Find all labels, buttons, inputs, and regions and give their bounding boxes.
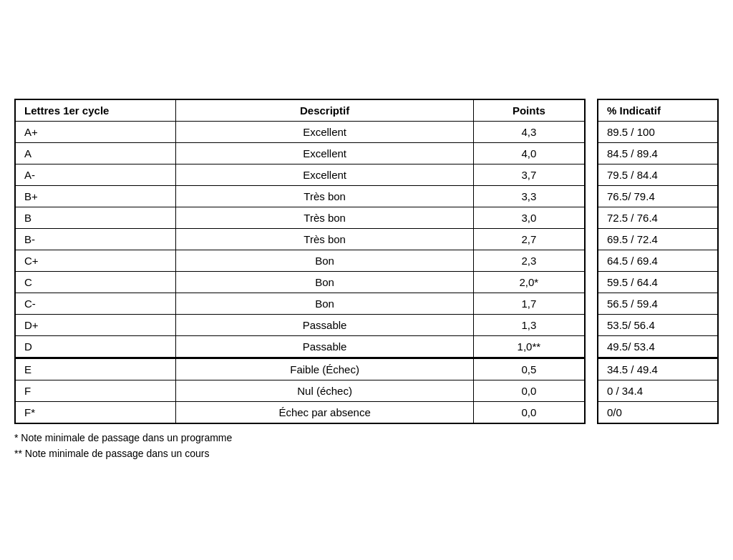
cell-letter: A+ xyxy=(15,121,176,142)
cell-range: 72.5 / 76.4 xyxy=(598,207,718,228)
cell-range: 0/0 xyxy=(598,401,718,423)
cell-points: 1,3 xyxy=(473,314,585,335)
cell-range: 49.5/ 53.4 xyxy=(598,335,718,358)
cell-range: 69.5 / 72.4 xyxy=(598,228,718,250)
table-row: EFaible (Échec)0,5 xyxy=(15,358,585,380)
table-row: 69.5 / 72.4 xyxy=(598,228,718,250)
table-row: C+Bon2,3 xyxy=(15,250,585,271)
footnotes: * Note minimale de passage dans un progr… xyxy=(14,430,719,462)
table-row: C-Bon1,7 xyxy=(15,293,585,314)
table-row: 89.5 / 100 xyxy=(598,121,718,142)
cell-range: 89.5 / 100 xyxy=(598,121,718,142)
cell-range: 64.5 / 69.4 xyxy=(598,250,718,271)
table-row: B-Très bon2,7 xyxy=(15,228,585,250)
cell-letter: F xyxy=(15,380,176,401)
table-row: BTrès bon3,0 xyxy=(15,207,585,228)
table-row: 64.5 / 69.4 xyxy=(598,250,718,271)
cell-desc: Très bon xyxy=(176,185,473,207)
table-row: 0/0 xyxy=(598,401,718,423)
table-row: 56.5 / 59.4 xyxy=(598,293,718,314)
cell-letter: B- xyxy=(15,228,176,250)
cell-points: 2,3 xyxy=(473,250,585,271)
header-points: Points xyxy=(473,99,585,122)
table-row: FNul (échec)0,0 xyxy=(15,380,585,401)
table-row: DPassable1,0** xyxy=(15,335,585,358)
table-row: 84.5 / 89.4 xyxy=(598,142,718,164)
table-row: AExcellent4,0 xyxy=(15,142,585,164)
cell-points: 3,7 xyxy=(473,164,585,185)
cell-range: 79.5 / 84.4 xyxy=(598,164,718,185)
cell-points: 1,7 xyxy=(473,293,585,314)
cell-points: 0,0 xyxy=(473,380,585,401)
cell-desc: Bon xyxy=(176,293,473,314)
table-row: A+Excellent4,3 xyxy=(15,121,585,142)
cell-points: 4,3 xyxy=(473,121,585,142)
cell-range: 53.5/ 56.4 xyxy=(598,314,718,335)
cell-points: 2,0* xyxy=(473,271,585,293)
cell-letter: F* xyxy=(15,401,176,423)
table-row: F*Échec par absence0,0 xyxy=(15,401,585,423)
cell-points: 3,3 xyxy=(473,185,585,207)
table-row: 49.5/ 53.4 xyxy=(598,335,718,358)
header-letter: Lettres 1er cycle xyxy=(15,99,176,122)
cell-letter: E xyxy=(15,358,176,380)
table-row: 59.5 / 64.4 xyxy=(598,271,718,293)
cell-desc: Excellent xyxy=(176,121,473,142)
cell-desc: Nul (échec) xyxy=(176,380,473,401)
cell-points: 1,0** xyxy=(473,335,585,358)
footnote-1: * Note minimale de passage dans un progr… xyxy=(14,430,719,446)
cell-letter: D xyxy=(15,335,176,358)
cell-range: 56.5 / 59.4 xyxy=(598,293,718,314)
cell-range: 0 / 34.4 xyxy=(598,380,718,401)
page-container: Lettres 1er cycle Descriptif Points A+Ex… xyxy=(0,84,733,476)
cell-letter: B xyxy=(15,207,176,228)
cell-letter: A- xyxy=(15,164,176,185)
cell-desc: Très bon xyxy=(176,228,473,250)
cell-points: 2,7 xyxy=(473,228,585,250)
tables-wrapper: Lettres 1er cycle Descriptif Points A+Ex… xyxy=(14,99,719,424)
cell-range: 59.5 / 64.4 xyxy=(598,271,718,293)
table-row: A-Excellent3,7 xyxy=(15,164,585,185)
table-row: B+Très bon3,3 xyxy=(15,185,585,207)
table-row: 0 / 34.4 xyxy=(598,380,718,401)
cell-points: 0,0 xyxy=(473,401,585,423)
footnote-2: ** Note minimale de passage dans un cour… xyxy=(14,446,719,461)
table-row: 79.5 / 84.4 xyxy=(598,164,718,185)
table-row: 76.5/ 79.4 xyxy=(598,185,718,207)
cell-desc: Excellent xyxy=(176,164,473,185)
header-indicatif: % Indicatif xyxy=(598,99,718,122)
header-desc: Descriptif xyxy=(176,99,473,122)
cell-points: 0,5 xyxy=(473,358,585,380)
cell-desc: Très bon xyxy=(176,207,473,228)
cell-letter: B+ xyxy=(15,185,176,207)
cell-letter: D+ xyxy=(15,314,176,335)
cell-desc: Faible (Échec) xyxy=(176,358,473,380)
cell-points: 4,0 xyxy=(473,142,585,164)
cell-letter: C- xyxy=(15,293,176,314)
cell-desc: Excellent xyxy=(176,142,473,164)
table-row: 72.5 / 76.4 xyxy=(598,207,718,228)
cell-desc: Passable xyxy=(176,335,473,358)
table-row: CBon2,0* xyxy=(15,271,585,293)
table-row: 53.5/ 56.4 xyxy=(598,314,718,335)
cell-range: 76.5/ 79.4 xyxy=(598,185,718,207)
table-row: D+Passable1,3 xyxy=(15,314,585,335)
cell-points: 3,0 xyxy=(473,207,585,228)
cell-desc: Bon xyxy=(176,250,473,271)
cell-desc: Passable xyxy=(176,314,473,335)
cell-range: 84.5 / 89.4 xyxy=(598,142,718,164)
cell-desc: Bon xyxy=(176,271,473,293)
main-table: Lettres 1er cycle Descriptif Points A+Ex… xyxy=(14,99,586,424)
cell-letter: C+ xyxy=(15,250,176,271)
secondary-table: % Indicatif 89.5 / 10084.5 / 89.479.5 / … xyxy=(597,99,719,424)
cell-letter: A xyxy=(15,142,176,164)
cell-desc: Échec par absence xyxy=(176,401,473,423)
table-row: 34.5 / 49.4 xyxy=(598,358,718,380)
cell-letter: C xyxy=(15,271,176,293)
cell-range: 34.5 / 49.4 xyxy=(598,358,718,380)
